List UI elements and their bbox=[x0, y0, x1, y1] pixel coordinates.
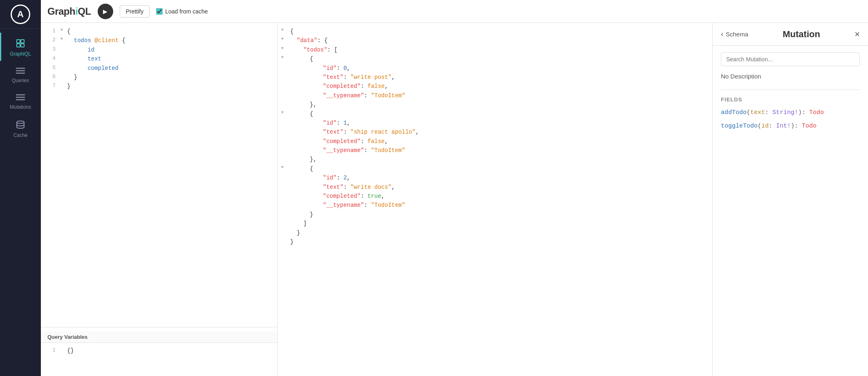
result-line-7: "completed": false, bbox=[278, 82, 712, 91]
result-line-17: "id": 2, bbox=[278, 173, 712, 182]
logo-avatar: A bbox=[11, 4, 30, 24]
result-line-24: } bbox=[278, 237, 712, 246]
result-line-14: "__typename": "TodoItem" bbox=[278, 146, 712, 155]
run-button[interactable]: ▶ bbox=[98, 4, 113, 19]
schema-search-input[interactable] bbox=[721, 52, 860, 66]
schema-fields-label: FIELDS bbox=[721, 90, 860, 103]
prettify-button[interactable]: Prettify bbox=[120, 5, 150, 18]
cache-label: Load from cache bbox=[165, 8, 208, 15]
queries-icon bbox=[16, 67, 25, 76]
result-line-10: ▼ { bbox=[278, 110, 712, 119]
schema-back-button[interactable]: ‹ Schema bbox=[721, 30, 748, 38]
sidebar-item-cache[interactable]: Cache bbox=[0, 114, 41, 142]
result-line-18: "text": "write docs", bbox=[278, 183, 712, 192]
schema-field-addtodo[interactable]: addTodo(text: String!): Todo bbox=[721, 109, 860, 116]
cache-checkbox-input[interactable] bbox=[156, 8, 163, 15]
field-name-toggletodo: toggleTodo bbox=[721, 123, 758, 130]
main-content: GraphiQL ▶ Prettify Load from cache 1 ▼ … bbox=[41, 0, 868, 376]
cache-checkbox-label[interactable]: Load from cache bbox=[156, 8, 208, 15]
result-line-3: ▼ "todos": [ bbox=[278, 45, 712, 54]
query-code-panel[interactable]: 1 ▼ { 2 ▼ todos @client { 3 i bbox=[41, 23, 277, 327]
sidebar-item-label-mutations: Mutations bbox=[10, 104, 31, 110]
result-panel[interactable]: ▼ { ▼ "data": { ▼ "todos": [ ▼ { bbox=[278, 23, 713, 376]
field-name-addtodo: addTodo bbox=[721, 109, 747, 116]
schema-back-label: Schema bbox=[726, 31, 748, 38]
result-lines: ▼ { ▼ "data": { ▼ "todos": [ ▼ { bbox=[278, 27, 712, 246]
sidebar: A GraphiQL Queries bbox=[0, 0, 41, 376]
cache-icon bbox=[16, 120, 25, 131]
result-line-13: "completed": false, bbox=[278, 137, 712, 146]
code-line-4: 4 text bbox=[41, 54, 277, 63]
result-line-22: ] bbox=[278, 219, 712, 228]
query-lines: 1 ▼ { 2 ▼ todos @client { 3 i bbox=[41, 27, 277, 91]
code-line-3: 3 id bbox=[41, 45, 277, 54]
sidebar-item-mutations[interactable]: Mutations bbox=[0, 87, 41, 114]
sidebar-item-label-queries: Queries bbox=[12, 78, 29, 83]
result-line-8: "__typename": "TodoItem" bbox=[278, 91, 712, 100]
code-line-5: 5 completed bbox=[41, 64, 277, 73]
sidebar-navigation: GraphiQL Queries Mutations bbox=[0, 29, 41, 142]
sidebar-item-graphiql[interactable]: GraphiQL bbox=[0, 33, 41, 61]
code-line-7: 7 } bbox=[41, 82, 277, 91]
result-line-12: "text": "ship react apollo", bbox=[278, 128, 712, 137]
svg-rect-3 bbox=[21, 44, 24, 47]
app-title: GraphiQL bbox=[47, 6, 91, 17]
mutations-icon bbox=[16, 93, 25, 103]
result-line-1: ▼ { bbox=[278, 27, 712, 36]
variables-lines[interactable]: 1 {} bbox=[41, 343, 277, 355]
svg-rect-2 bbox=[21, 40, 24, 43]
svg-point-10 bbox=[17, 121, 24, 123]
result-line-16: ▼ { bbox=[278, 164, 712, 173]
result-line-21: } bbox=[278, 210, 712, 219]
schema-close-button[interactable]: × bbox=[855, 29, 860, 40]
code-line-6: 6 } bbox=[41, 73, 277, 82]
sidebar-item-queries[interactable]: Queries bbox=[0, 61, 41, 87]
result-line-4: ▼ { bbox=[278, 54, 712, 63]
var-line-1: 1 {} bbox=[41, 346, 277, 355]
schema-field-toggletodo[interactable]: toggleTodo(id: Int!): Todo bbox=[721, 123, 860, 130]
schema-panel: ‹ Schema Mutation × No Description FIELD… bbox=[713, 23, 868, 376]
code-line-2: 2 ▼ todos @client { bbox=[41, 36, 277, 45]
schema-title: Mutation bbox=[783, 29, 820, 40]
result-line-5: "id": 0, bbox=[278, 64, 712, 73]
result-line-19: "completed": true, bbox=[278, 192, 712, 201]
code-line-1: 1 ▼ { bbox=[41, 27, 277, 36]
result-line-20: "__typename": "TodoItem" bbox=[278, 201, 712, 210]
graphiql-icon bbox=[16, 38, 25, 49]
sidebar-logo: A bbox=[0, 0, 41, 29]
result-line-15: }, bbox=[278, 155, 712, 164]
svg-rect-1 bbox=[17, 44, 20, 47]
sidebar-item-label-cache: Cache bbox=[13, 132, 28, 138]
result-line-9: }, bbox=[278, 100, 712, 109]
schema-no-description: No Description bbox=[721, 73, 860, 80]
query-editor: 1 ▼ { 2 ▼ todos @client { 3 i bbox=[41, 23, 278, 376]
query-variables-header: Query Variables bbox=[41, 331, 277, 343]
query-variables-panel: Query Variables 1 {} bbox=[41, 327, 277, 376]
result-line-2: ▼ "data": { bbox=[278, 36, 712, 45]
schema-body: No Description FIELDS addTodo(text: Stri… bbox=[713, 46, 868, 376]
result-line-23: } bbox=[278, 228, 712, 237]
chevron-left-icon: ‹ bbox=[721, 30, 723, 38]
schema-header: ‹ Schema Mutation × bbox=[713, 23, 868, 46]
editor-area: 1 ▼ { 2 ▼ todos @client { 3 i bbox=[41, 23, 868, 376]
toolbar: GraphiQL ▶ Prettify Load from cache bbox=[41, 0, 868, 23]
title-i: i bbox=[75, 6, 78, 17]
result-line-11: "id": 1, bbox=[278, 119, 712, 128]
sidebar-item-label-graphiql: GraphiQL bbox=[10, 51, 31, 57]
svg-rect-0 bbox=[17, 40, 20, 43]
result-line-6: "text": "write post", bbox=[278, 73, 712, 82]
